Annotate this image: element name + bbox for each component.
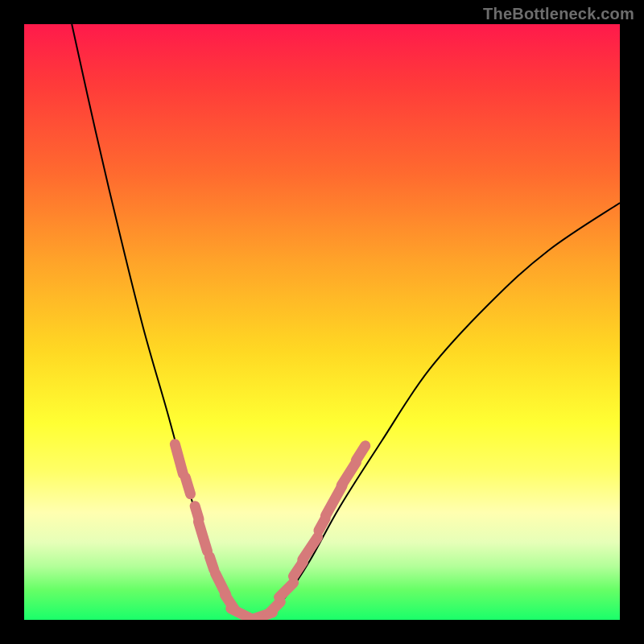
data-marker xyxy=(303,537,318,559)
data-markers-left xyxy=(175,444,252,620)
watermark-text: TheBottleneck.com xyxy=(483,5,634,23)
data-marker xyxy=(175,444,183,474)
data-marker xyxy=(341,462,356,485)
data-marker xyxy=(209,557,213,570)
left-curve xyxy=(72,24,250,620)
bottleneck-chart xyxy=(24,24,620,620)
data-marker xyxy=(198,522,207,551)
data-marker xyxy=(279,583,294,597)
data-marker xyxy=(185,477,190,493)
data-marker xyxy=(268,602,280,614)
data-markers-right xyxy=(246,446,365,620)
data-marker xyxy=(356,446,365,460)
curve-layer xyxy=(24,24,620,620)
